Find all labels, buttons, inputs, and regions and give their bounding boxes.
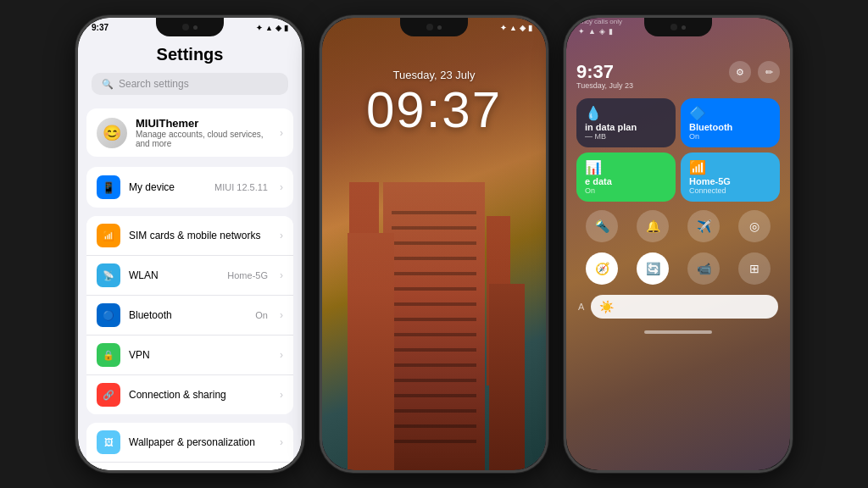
phone-control-center: ency calls only ✦ ▲ ◈ ▮ 9:37 Tuesday, Ju… [564, 15, 793, 473]
personalization-group: 🖼 Wallpaper & personalization › 🔔 Always… [86, 423, 293, 470]
wifi-tile-label: Home-5G [689, 176, 771, 186]
brightness-icon: ☀️ [599, 300, 614, 313]
cc-status-icons-right: ✦ ▲ ◈ ▮ [578, 27, 613, 36]
cc-content: 💧 in data plan — MB 🔷 Bluetooth On [566, 93, 790, 470]
sim-row[interactable]: 📶 SIM cards & mobile networks › [86, 216, 293, 256]
wlan-row[interactable]: 📡 WLAN Home-5G › [86, 256, 293, 296]
building-right [489, 284, 525, 470]
wlan-label: WLAN [129, 269, 219, 281]
connection-icon-badge: 🔗 [97, 383, 120, 407]
chevron-icon: › [280, 309, 283, 321]
vpn-icon-badge: 🔒 [97, 343, 120, 367]
airplane-btn[interactable]: ✈️ [687, 210, 720, 242]
bluetooth-icon-badge: 🔵 [97, 303, 120, 327]
mobile-data-icon: 📊 [585, 159, 667, 175]
status-icons: ✦ ▲ ◈ ▮ [500, 24, 532, 32]
bluetooth-icon: 🔵 [103, 310, 114, 321]
focus-btn[interactable]: ◎ [738, 210, 771, 242]
cc-edit-icons: ⚙ ✏ [729, 61, 780, 83]
cast-btn[interactable]: ⊞ [738, 252, 771, 285]
chevron-icon: › [280, 181, 283, 193]
my-device-icon: 📱 [97, 175, 120, 199]
cc-small-icons-row2: 🧭 🔄 📹 ⊞ [576, 251, 780, 286]
status-time: 9:37 [92, 23, 108, 32]
brightness-bar[interactable]: ☀️ [591, 295, 778, 319]
bluetooth-row[interactable]: 🔵 Bluetooth On › [86, 296, 293, 336]
wifi-tile-icon: 📶 [689, 159, 771, 175]
brightness-row: A ☀️ [576, 291, 780, 322]
vpn-label: VPN [129, 349, 271, 361]
bluetooth-icon: ✦ [500, 24, 507, 32]
location-btn[interactable]: 🧭 [586, 252, 618, 285]
bluetooth-tile[interactable]: 🔷 Bluetooth On [681, 98, 780, 147]
notification-btn[interactable]: 🔔 [637, 210, 669, 242]
wlan-value: Home-5G [227, 270, 268, 280]
wifi-tile[interactable]: 📶 Home-5G Connected [681, 152, 780, 202]
settings-title: Settings [92, 45, 288, 64]
bluetooth-icon: ✦ [256, 24, 263, 32]
wallpaper-icon-badge: 🖼 [97, 430, 120, 454]
front-camera [682, 25, 686, 30]
my-device-row[interactable]: 📱 My device MIUI 12.5.11 › [86, 167, 293, 208]
sim-icon: 📶 [103, 230, 114, 241]
lockscreen-time: 09:37 [322, 85, 546, 136]
device-icon: 📱 [102, 181, 115, 194]
data-plan-tile[interactable]: 💧 in data plan — MB [576, 98, 676, 147]
settings-screen: 9:37 ✦ ▲ ◈ ▮ Settings 🔍 Search settings [78, 18, 302, 470]
connection-row[interactable]: 🔗 Connection & sharing › [86, 375, 293, 414]
avatar-icon: 😊 [103, 124, 121, 142]
profile-row[interactable]: 😊 MIUIThemer Manage accounts, cloud serv… [86, 108, 293, 157]
wallpaper-label: Wallpaper & personalization [129, 436, 271, 448]
bluetooth-icon: ✦ [578, 27, 585, 36]
chevron-icon: › [280, 389, 283, 401]
brightness-label-a: A [578, 302, 584, 312]
cc-small-icons-row1: 🔦 🔔 ✈️ ◎ [576, 207, 780, 246]
network-group: 📶 SIM cards & mobile networks › 📡 WLAN H… [86, 216, 293, 414]
cc-date: Tuesday, July 23 [576, 81, 633, 90]
front-camera [193, 25, 198, 30]
bluetooth-value: On [255, 310, 268, 320]
rotation-btn[interactable]: 🔄 [637, 252, 669, 285]
lockscreen-screen: 9:37 ✦ ▲ ◈ ▮ Tuesday, 23 July 09:37 [322, 18, 546, 470]
home-indicator [644, 330, 712, 334]
chevron-icon: › [280, 269, 283, 281]
sim-icon-badge: 📶 [97, 224, 120, 247]
chevron-icon: › [280, 127, 283, 139]
wifi-tile-sub: Connected [689, 186, 771, 195]
lockscreen-row[interactable]: 🔔 Always-on display & Lock screen › [86, 463, 293, 470]
my-device-label: My device [129, 181, 206, 193]
settings-content: 😊 MIUIThemer Manage accounts, cloud serv… [78, 102, 302, 470]
cc-tiles-row: 💧 in data plan — MB 🔷 Bluetooth On [576, 98, 780, 147]
profile-subtitle: Manage accounts, cloud services, and mor… [136, 130, 271, 148]
wallpaper-row[interactable]: 🖼 Wallpaper & personalization › [86, 423, 293, 463]
camera-sensor [182, 24, 189, 30]
front-camera [437, 25, 442, 30]
edit-icon-btn[interactable]: ✏ [758, 61, 780, 83]
battery-icon: ▮ [609, 27, 613, 36]
search-placeholder: Search settings [119, 78, 189, 90]
signal-icon: ▲ [265, 24, 273, 32]
camera-btn[interactable]: 📹 [687, 252, 720, 285]
camera-notch [156, 18, 224, 36]
settings-icon-btn[interactable]: ⚙ [729, 61, 751, 83]
camera-notch [400, 18, 468, 36]
chevron-icon: › [280, 230, 283, 241]
mobile-data-label: e data [585, 176, 667, 186]
avatar: 😊 [97, 118, 127, 148]
mobile-data-sub: On [585, 186, 667, 195]
vpn-row[interactable]: 🔒 VPN › [86, 336, 293, 375]
camera-sensor [426, 24, 433, 30]
chevron-icon: › [280, 349, 283, 361]
search-bar[interactable]: 🔍 Search settings [92, 73, 288, 95]
wifi-icon: ◈ [275, 24, 281, 32]
data-plan-label: in data plan [585, 122, 667, 132]
flashlight-btn[interactable]: 🔦 [586, 210, 618, 242]
mobile-data-tile[interactable]: 📊 e data On [576, 152, 676, 202]
data-plan-icon: 💧 [585, 105, 667, 121]
phone-lockscreen: 9:37 ✦ ▲ ◈ ▮ Tuesday, 23 July 09:37 [320, 15, 548, 473]
chevron-icon: › [280, 436, 283, 448]
search-icon: 🔍 [102, 79, 114, 90]
sim-label: SIM cards & mobile networks [129, 230, 271, 241]
data-plan-sub: — MB [585, 132, 667, 141]
cc-time-block: 9:37 Tuesday, July 23 [576, 61, 633, 90]
